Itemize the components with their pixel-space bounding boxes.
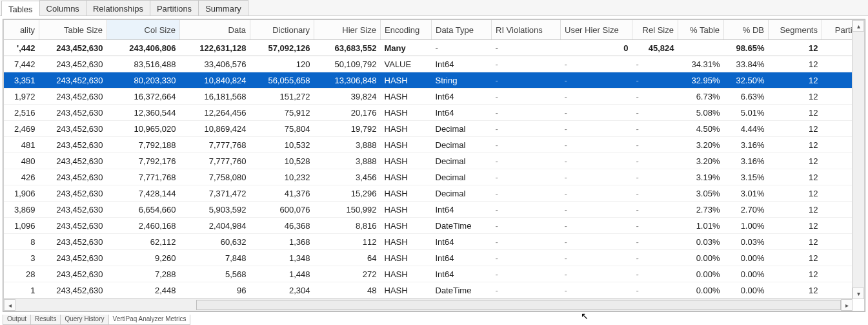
cell: 6.63% (724, 89, 769, 105)
cell: 6.73% (678, 89, 724, 105)
cell: - (632, 169, 678, 185)
col-header-rel-size[interactable]: Rel Size (632, 20, 678, 40)
table-row[interactable]: 426243,452,6307,771,7687,758,08010,2323,… (4, 169, 865, 185)
table-row[interactable]: 481243,452,6307,792,1887,777,76810,5323,… (4, 137, 865, 153)
cell: - (561, 121, 632, 137)
cell: 10,532 (250, 137, 314, 153)
cell: Int64 (432, 250, 492, 266)
table-row[interactable]: 8243,452,63062,11260,6321,368112HASHInt6… (4, 234, 865, 250)
table-row[interactable]: 1,096243,452,6302,460,1682,404,98446,368… (4, 218, 865, 234)
table-row[interactable]: 2,469243,452,63010,965,02010,869,42475,8… (4, 121, 865, 137)
table-row[interactable]: ',442243,452,630243,406,806122,631,12857… (4, 40, 865, 56)
cell: 12 (769, 89, 822, 105)
cell: - (492, 202, 561, 218)
cell: 7,428,144 (107, 185, 180, 202)
scroll-down-icon[interactable]: ▾ (853, 288, 864, 299)
cell: 98.65% (724, 40, 769, 56)
cell: 33.84% (724, 56, 769, 72)
cell: Decimal (432, 169, 492, 185)
cell: 2,304 (250, 282, 314, 299)
scroll-up-icon[interactable]: ▴ (853, 20, 864, 32)
cell: 12 (769, 250, 822, 266)
scroll-left-icon[interactable]: ◂ (4, 299, 15, 311)
tab-partitions[interactable]: Partitions (150, 0, 199, 16)
cell: 1.00% (724, 218, 769, 234)
cell: 2,469 (4, 121, 39, 137)
cell: - (632, 202, 678, 218)
vertical-scrollbar[interactable]: ▴ ▾ (852, 20, 864, 299)
col-header-pct-table[interactable]: % Table (678, 20, 724, 40)
cell: HASH (381, 89, 432, 105)
cell: 243,452,630 (39, 153, 107, 169)
tab-columns[interactable]: Columns (39, 0, 86, 16)
cell: - (632, 185, 678, 202)
cell: 10,840,824 (180, 72, 250, 89)
col-header-user-hier[interactable]: User Hier Size (561, 20, 632, 40)
table-row[interactable]: 1,906243,452,6307,428,1447,371,47241,376… (4, 185, 865, 202)
table-row[interactable]: 7,442243,452,63083,516,48833,406,5761205… (4, 56, 865, 72)
bottom-tab-query-history[interactable]: Query History (60, 315, 108, 325)
table-row[interactable]: 2,516243,452,63012,360,54412,264,45675,9… (4, 105, 865, 121)
cell: 3,888 (314, 137, 381, 153)
col-header-ri[interactable]: RI Violations (492, 20, 561, 40)
cell: 8 (4, 234, 39, 250)
table-row[interactable]: 3,869243,452,6306,654,6605,903,592600,07… (4, 202, 865, 218)
bottom-tab-vertipaq-analyzer-metrics[interactable]: VertiPaq Analyzer Metrics (108, 315, 191, 325)
cell: - (632, 282, 678, 299)
cell: 12 (769, 105, 822, 121)
cell: - (561, 105, 632, 121)
col-header-dictionary[interactable]: Dictionary (250, 20, 314, 40)
cell: 243,452,630 (39, 89, 107, 105)
cell: HASH (381, 169, 432, 185)
tab-tables[interactable]: Tables (1, 1, 40, 16)
tab-relationships[interactable]: Relationships (86, 0, 150, 16)
bottom-tab-output[interactable]: Output (3, 315, 31, 325)
cell: HASH (381, 266, 432, 282)
col-header-segments[interactable]: Segments (769, 20, 822, 40)
col-header-ality[interactable]: ality (4, 20, 39, 40)
cell: Many (381, 40, 432, 56)
cell: 12 (769, 202, 822, 218)
col-header-data[interactable]: Data (180, 20, 250, 40)
cell: 7,848 (180, 250, 250, 266)
table-row[interactable]: 3,351243,452,63080,203,33010,840,82456,0… (4, 72, 865, 89)
cell: - (561, 202, 632, 218)
cell: 0.03% (724, 234, 769, 250)
cell: 243,452,630 (39, 137, 107, 153)
scroll-track[interactable] (15, 300, 841, 310)
cell: Decimal (432, 153, 492, 169)
table-row[interactable]: 1243,452,6302,448962,30448HASHDateTime--… (4, 282, 865, 299)
col-header-data-type[interactable]: Data Type (432, 20, 492, 40)
cell: 1,096 (4, 218, 39, 234)
col-header-col-size[interactable]: Col Size (107, 20, 180, 40)
table-row[interactable]: 480243,452,6307,792,1767,777,76010,5283,… (4, 153, 865, 169)
bottom-tab-results[interactable]: Results (30, 315, 61, 325)
cell: 272 (314, 266, 381, 282)
cell: HASH (381, 250, 432, 266)
cell: 60,632 (180, 234, 250, 250)
cell: HASH (381, 105, 432, 121)
col-header-hier-size[interactable]: Hier Size (314, 20, 381, 40)
cell: 2,404,984 (180, 218, 250, 234)
bottom-tab-strip: OutputResultsQuery HistoryVertiPaq Analy… (3, 315, 190, 325)
col-header-pct-db[interactable]: % DB (724, 20, 769, 40)
scroll-right-icon[interactable]: ▸ (841, 299, 853, 311)
cell: 243,452,630 (39, 202, 107, 218)
table-row[interactable]: 28243,452,6307,2885,5681,448272HASHInt64… (4, 266, 865, 282)
cell: 10,965,020 (107, 121, 180, 137)
cell: 243,452,630 (39, 72, 107, 89)
cell: 3.16% (724, 137, 769, 153)
cell: 243,452,630 (39, 185, 107, 202)
cell: - (492, 72, 561, 89)
col-header-encoding[interactable]: Encoding (381, 20, 432, 40)
table-row[interactable]: 1,972243,452,63016,372,66416,181,568151,… (4, 89, 865, 105)
cell: - (492, 169, 561, 185)
cell: 12 (769, 153, 822, 169)
table-row[interactable]: 3243,452,6309,2607,8481,34864HASHInt64--… (4, 250, 865, 266)
cell: - (561, 169, 632, 185)
cell: 112 (314, 234, 381, 250)
scroll-thumb[interactable] (196, 300, 841, 310)
col-header-table-size[interactable]: Table Size (39, 20, 107, 40)
tab-summary[interactable]: Summary (198, 0, 248, 16)
horizontal-scrollbar[interactable]: ◂ ▸ (4, 299, 853, 311)
